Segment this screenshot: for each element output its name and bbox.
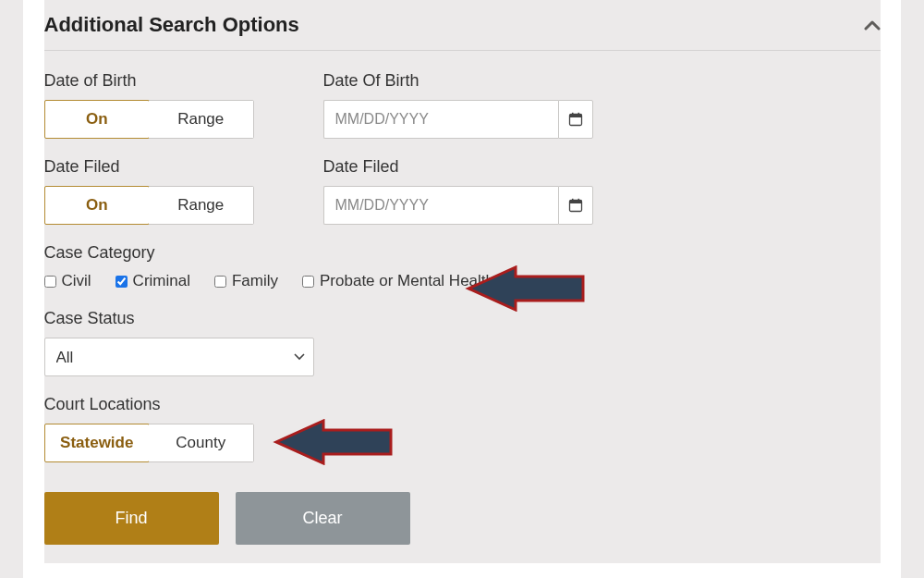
checkbox-civil-input[interactable] xyxy=(44,276,56,288)
dob-input-label: Date Of Birth xyxy=(323,71,601,91)
locations-toggle-statewide[interactable]: Statewide xyxy=(44,424,151,462)
checkbox-probate-input[interactable] xyxy=(302,276,314,288)
category-checkbox-row: Civil Criminal Family Probate or Mental … xyxy=(44,272,881,290)
status-section: Case Status All xyxy=(44,309,881,376)
checkbox-civil[interactable]: Civil xyxy=(44,272,91,290)
filed-toggle-group: On Range xyxy=(44,186,254,225)
checkbox-probate[interactable]: Probate or Mental Health xyxy=(302,272,494,290)
checkbox-family-input[interactable] xyxy=(214,276,226,288)
panel: Additional Search Options Date of Birth … xyxy=(23,0,901,578)
section-title: Additional Search Options xyxy=(44,13,299,37)
dob-row: Date of Birth On Range Date Of Birth xyxy=(44,71,881,139)
action-row: Find Clear xyxy=(44,492,881,545)
svg-rect-5 xyxy=(569,201,581,204)
checkbox-family-label: Family xyxy=(232,272,278,290)
locations-toggle-county[interactable]: County xyxy=(149,424,253,461)
filed-toggle-range[interactable]: Range xyxy=(149,187,253,224)
checkbox-criminal-label: Criminal xyxy=(133,272,190,290)
dob-calendar-button[interactable] xyxy=(558,100,593,139)
checkbox-family[interactable]: Family xyxy=(214,272,278,290)
dob-toggle-group: On Range xyxy=(44,100,254,139)
svg-rect-7 xyxy=(578,199,579,202)
category-section: Case Category Civil Criminal Family Prob… xyxy=(44,243,881,290)
svg-rect-3 xyxy=(578,113,579,116)
filed-toggle-label: Date Filed xyxy=(44,157,323,177)
checkbox-criminal-input[interactable] xyxy=(116,276,128,288)
locations-toggle-group: Statewide County xyxy=(44,424,254,462)
locations-label: Court Locations xyxy=(44,395,881,414)
status-select[interactable]: All xyxy=(44,338,314,376)
find-button[interactable]: Find xyxy=(44,492,219,545)
filed-calendar-button[interactable] xyxy=(558,186,593,225)
arrow-left-icon xyxy=(273,419,393,465)
calendar-icon xyxy=(568,198,583,213)
filed-input-wrap xyxy=(323,186,593,225)
filed-input-label: Date Filed xyxy=(323,157,601,177)
checkbox-probate-label: Probate or Mental Health xyxy=(320,272,494,290)
filed-row: Date Filed On Range Date Filed xyxy=(44,157,881,225)
checkbox-criminal[interactable]: Criminal xyxy=(116,272,190,290)
inner-container: Additional Search Options Date of Birth … xyxy=(44,0,881,563)
collapse-toggle[interactable] xyxy=(864,16,881,35)
dob-toggle-label: Date of Birth xyxy=(44,71,323,91)
checkbox-civil-label: Civil xyxy=(62,272,91,290)
locations-section: Court Locations Statewide County xyxy=(44,395,881,462)
section-header: Additional Search Options xyxy=(44,9,881,51)
status-label: Case Status xyxy=(44,309,881,328)
category-label: Case Category xyxy=(44,243,881,263)
calendar-icon xyxy=(568,112,583,127)
svg-rect-1 xyxy=(569,115,581,118)
dob-input-wrap xyxy=(323,100,593,139)
svg-rect-6 xyxy=(572,199,574,202)
filed-toggle-on[interactable]: On xyxy=(44,186,151,225)
chevron-up-icon xyxy=(864,19,881,31)
status-select-wrap: All xyxy=(44,338,314,376)
svg-rect-2 xyxy=(572,113,574,116)
dob-input[interactable] xyxy=(323,100,558,139)
annotation-arrow-locations xyxy=(273,419,393,465)
dob-toggle-range[interactable]: Range xyxy=(149,101,253,138)
dob-toggle-on[interactable]: On xyxy=(44,100,151,139)
clear-button[interactable]: Clear xyxy=(236,492,410,545)
filed-input[interactable] xyxy=(323,186,558,225)
